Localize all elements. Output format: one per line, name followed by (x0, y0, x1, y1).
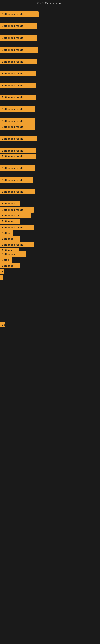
bottleneck-result-item[interactable]: Bottleneck result (0, 225, 34, 230)
bottleneck-result-item[interactable]: Bottleneck result (0, 94, 36, 100)
bottleneck-result-item[interactable]: B (0, 269, 3, 274)
bottleneck-result-item[interactable]: Bottleneck result (0, 124, 35, 130)
site-title: TheBottlenecker.com (0, 0, 100, 6)
bottleneck-result-item[interactable]: Bottleneck result (0, 35, 37, 41)
bottleneck-result-item[interactable]: Bottleneck result (0, 83, 36, 88)
bottleneck-result-item[interactable]: Bottleneck result (0, 23, 37, 28)
bottleneck-result-item[interactable]: Bottleneck result (0, 47, 38, 52)
bottleneck-result-item[interactable]: Bottleneck r (0, 251, 26, 257)
bottleneck-result-item[interactable]: Bottleneck resul (0, 177, 33, 183)
bottleneck-result-item[interactable]: Bottleneck result (0, 59, 37, 64)
bottleneck-result-item[interactable]: Bottlenec (0, 218, 20, 224)
bottleneck-result-item[interactable]: Bottleneck result (0, 106, 35, 112)
bottleneck-result-item[interactable]: Bottleneck result (0, 242, 34, 247)
bottleneck-result-item[interactable]: Bottlenec (0, 263, 20, 268)
bottleneck-result-item[interactable]: Bottleneck result (0, 136, 37, 142)
bottleneck-result-item[interactable]: Bottle (0, 257, 12, 263)
bottleneck-result-item[interactable]: Bottleneck result (0, 71, 36, 76)
bottleneck-result-item[interactable]: Bottleneck (0, 201, 20, 206)
bottleneck-result-item[interactable]: Bottleneck result (0, 148, 36, 153)
bottleneck-result-item[interactable]: Bottleneck result (0, 118, 35, 124)
bottleneck-result-item[interactable]: Bottleneck result (0, 166, 35, 171)
bottleneck-result-item[interactable]: Bottleneck res (0, 213, 31, 218)
bottleneck-result-item[interactable]: | (0, 275, 3, 280)
bottleneck-result-item[interactable]: Bottleneck result (0, 207, 34, 212)
bottleneck-result-item[interactable]: Bottleneck result (0, 12, 39, 17)
bottleneck-result-item[interactable]: Bo (0, 322, 5, 328)
bottleneck-result-item[interactable]: Bottleneck result (0, 189, 35, 194)
bottleneck-result-item[interactable]: Bottlenec (0, 236, 20, 242)
bottleneck-result-item[interactable]: Bottleneck result (0, 154, 36, 159)
bottleneck-result-item[interactable]: Bottler (0, 230, 13, 236)
